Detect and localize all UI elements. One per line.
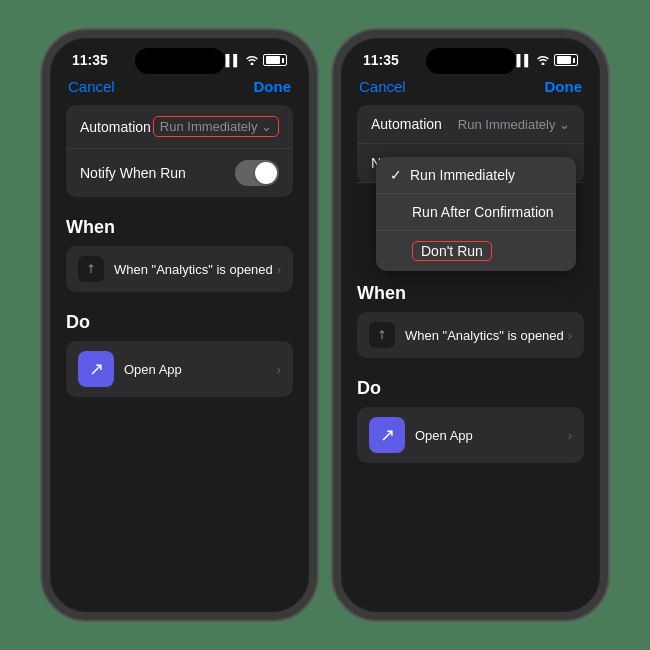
automation-value-right[interactable]: Run Immediately ⌄: [458, 117, 570, 132]
time-right: 11:35: [363, 52, 399, 68]
cancel-button-right[interactable]: Cancel: [359, 78, 406, 95]
battery-icon-right: [554, 54, 578, 66]
when-icon-right: ↗: [369, 322, 395, 348]
when-chevron-left: ›: [277, 262, 281, 277]
do-header-right: Do: [357, 378, 584, 399]
notify-toggle-left[interactable]: [235, 160, 279, 186]
power-button-left: [315, 158, 317, 208]
do-chevron-right: ›: [568, 428, 572, 443]
automation-label-right: Automation: [371, 116, 442, 132]
when-item-right[interactable]: ↗ When "Analytics" is opened ›: [357, 312, 584, 358]
when-header-right: When: [357, 283, 584, 304]
when-header-left: When: [66, 217, 293, 238]
toggle-thumb-left: [255, 162, 277, 184]
done-button-left[interactable]: Done: [254, 78, 292, 95]
notify-label-left: Notify When Run: [80, 165, 186, 181]
nav-bar-left: Cancel Done: [50, 74, 309, 105]
time-left: 11:35: [72, 52, 108, 68]
content-left: Automation Run Immediately ⌄ Notify When…: [50, 105, 309, 397]
do-text-left: Open App: [124, 362, 277, 377]
status-icons-right: ▌▌▌: [509, 54, 578, 67]
dropdown-option-3: Don't Run: [412, 241, 492, 261]
dropdown-option-1: Run Immediately: [410, 167, 515, 183]
do-section-right: Do ↗ Open App ›: [357, 378, 584, 463]
phones-container: 11:35 ▌▌▌ Cancel Done Automation: [42, 30, 608, 620]
wifi-icon-right: [536, 54, 550, 67]
settings-card-left: Automation Run Immediately ⌄ Notify When…: [66, 105, 293, 197]
do-icon-right: ↗: [369, 417, 405, 453]
dropdown-run-immediately[interactable]: ✓ Run Immediately: [376, 157, 576, 194]
battery-icon-left: [263, 54, 287, 66]
dropdown-dont-run[interactable]: Don't Run: [376, 231, 576, 271]
status-icons-left: ▌▌▌: [218, 54, 287, 67]
when-chevron-right: ›: [568, 328, 572, 343]
phone-left: 11:35 ▌▌▌ Cancel Done Automation: [42, 30, 317, 620]
run-immediately-highlighted[interactable]: Run Immediately ⌄: [153, 116, 279, 137]
cancel-button-left[interactable]: Cancel: [68, 78, 115, 95]
automation-value-left[interactable]: Run Immediately ⌄: [153, 116, 279, 137]
notify-row-left: Notify When Run: [66, 149, 293, 197]
automation-label-left: Automation: [80, 119, 151, 135]
checkmark-icon: ✓: [390, 167, 402, 183]
automation-row-left: Automation Run Immediately ⌄: [66, 105, 293, 149]
dynamic-island-right: [426, 48, 516, 74]
phone-right: 11:35 ▌▌▌ Cancel Done Automation Run Im: [333, 30, 608, 620]
when-icon-left: ↗: [78, 256, 104, 282]
settings-card-right: Automation Run Immediately ⌄ Notify When…: [357, 105, 584, 183]
when-item-left[interactable]: ↗ When "Analytics" is opened ›: [66, 246, 293, 292]
nav-bar-right: Cancel Done: [341, 74, 600, 105]
do-item-left[interactable]: ↗ Open App ›: [66, 341, 293, 397]
when-text-left: When "Analytics" is opened: [114, 262, 277, 277]
automation-row-right: Automation Run Immediately ⌄: [357, 105, 584, 144]
when-section-right: When ↗ When "Analytics" is opened ›: [357, 283, 584, 358]
done-button-right[interactable]: Done: [545, 78, 583, 95]
dynamic-island-left: [135, 48, 225, 74]
do-section-left: Do ↗ Open App ›: [66, 312, 293, 397]
do-chevron-left: ›: [277, 362, 281, 377]
do-text-right: Open App: [415, 428, 568, 443]
dropdown-option-2: Run After Confirmation: [412, 204, 554, 220]
wifi-icon-left: [245, 54, 259, 67]
power-button-right: [606, 158, 608, 208]
dropdown-menu-right[interactable]: ✓ Run Immediately Run After Confirmation…: [376, 157, 576, 271]
dropdown-run-after[interactable]: Run After Confirmation: [376, 194, 576, 231]
do-item-right[interactable]: ↗ Open App ›: [357, 407, 584, 463]
do-icon-left: ↗: [78, 351, 114, 387]
do-header-left: Do: [66, 312, 293, 333]
content-right: Automation Run Immediately ⌄ Notify When…: [341, 105, 600, 463]
when-section-left: When ↗ When "Analytics" is opened ›: [66, 217, 293, 292]
when-text-right: When "Analytics" is opened: [405, 328, 568, 343]
